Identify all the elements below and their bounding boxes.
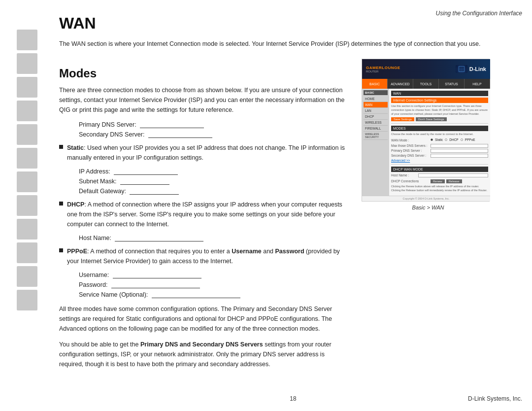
sidebar-square-10 — [17, 242, 37, 263]
router-dont-save-button[interactable]: Don't Save Settings — [416, 117, 447, 121]
router-max-dns-input[interactable] — [431, 144, 488, 148]
radio-static[interactable] — [431, 138, 433, 141]
subnet-mask-field: Subnet Mask: — [79, 177, 350, 185]
nav-basic[interactable]: BASIC — [362, 79, 388, 89]
sidebar-square-4 — [17, 101, 37, 121]
router-host-name-input[interactable] — [418, 173, 488, 177]
router-secondary-dns-label: Secondary DNS Server : — [391, 154, 431, 157]
router-save-buttons: Save Settings Don't Save Settings — [391, 117, 488, 121]
static-bullet-icon — [59, 145, 63, 149]
intro-paragraph: The WAN section is where your Internet C… — [59, 39, 522, 49]
sidebar-home[interactable]: HOME — [364, 96, 388, 102]
router-dhcp-connections-row: DHCP Connections Renew Release — [391, 179, 488, 183]
router-dhcp-buttons: Renew Release — [431, 179, 462, 183]
router-dhcp-connections-label: DHCP Connections — [391, 179, 431, 183]
radio-dhcp[interactable] — [445, 138, 447, 141]
router-save-button[interactable]: Save Settings — [391, 117, 414, 121]
router-renew-button[interactable]: Renew — [431, 179, 445, 183]
ip-address-label: IP Address: — [79, 168, 110, 175]
sidebar-square-7 — [17, 171, 37, 192]
summary-paragraph-2: You should be able to get the Primary DN… — [59, 340, 350, 369]
sidebar-dhcp[interactable]: DHCP — [364, 114, 388, 120]
host-name-field: Host Name: — [79, 234, 350, 241]
sidebar-basic-header: BASIC — [364, 90, 388, 95]
default-gateway-field: Default Gateway: — [79, 187, 350, 195]
sidebar-lan[interactable]: LAN — [364, 108, 388, 114]
sidebar-wireless[interactable]: WIRELESS — [364, 120, 388, 126]
sidebar-firewall[interactable]: FIREWALL — [364, 126, 388, 132]
nav-advanced[interactable]: ADVANCED — [388, 79, 413, 89]
nav-tools[interactable]: TOOLS — [413, 79, 439, 89]
primary-dns-field: Primary DNS Server: — [79, 121, 350, 128]
service-name-blank — [152, 291, 240, 298]
dhcp-label: DHCP — [67, 201, 84, 208]
router-divider-1 — [391, 123, 488, 124]
host-name-label: Host Name: — [79, 235, 111, 241]
router-wan-mode-row: WAN Mode : Static DHCP PPPoE — [391, 138, 488, 143]
router-modes-desc: Choose the mode to be used by the router… — [391, 133, 488, 137]
host-name-blank — [115, 234, 203, 241]
router-brand-text: D-Link — [469, 66, 486, 72]
static-bullet: Static: Used when your ISP provides you … — [59, 143, 350, 163]
primary-dns-blank — [140, 121, 204, 128]
pppoe-bullet-icon — [59, 248, 63, 252]
router-primary-dns-row: Primary DNS Server : — [391, 149, 488, 153]
static-label: Static — [67, 144, 84, 151]
router-brand-area: D-Link — [456, 65, 486, 73]
router-host-name-row: Host Name : — [391, 173, 488, 177]
router-globe-icon — [456, 65, 467, 73]
sidebar-wireless-security[interactable]: WIRELESS SECURITY — [364, 132, 388, 140]
router-release-button[interactable]: Release — [446, 179, 462, 183]
pppoe-label: PPPoE — [67, 248, 87, 255]
pppoe-bullet: PPPoE: A method of connection that requi… — [59, 246, 350, 266]
router-copyright: Copyright © 2004 D-Link Systems, Inc. — [362, 196, 490, 201]
default-gateway-blank — [130, 187, 179, 195]
nav-help[interactable]: HELP — [465, 79, 490, 89]
radio-pppoe[interactable] — [461, 138, 463, 141]
router-primary-dns-input[interactable] — [431, 149, 488, 153]
router-dhcp-wan-title: DHCP WAN MODE — [391, 167, 488, 172]
radio-static-label: Static — [435, 138, 443, 141]
sidebar-square-5 — [17, 124, 37, 145]
sidebar-wan[interactable]: WAN — [364, 102, 388, 108]
subnet-mask-label: Subnet Mask: — [79, 178, 116, 185]
router-dhcp-desc: Clicking the Renew button above will rel… — [391, 185, 488, 192]
router-divider-2 — [391, 164, 488, 165]
dhcp-bullet-icon — [59, 202, 63, 206]
router-screenshot: GAMERLOUNGE ROUTER D-Link — [362, 59, 490, 202]
default-gateway-label: Default Gateway: — [79, 188, 126, 195]
pppoe-and: and — [262, 248, 275, 255]
sidebar-square-9 — [17, 219, 37, 240]
static-bullet-text: Static: Used when your ISP provides you … — [67, 143, 350, 163]
router-advanced-link[interactable]: Advanced >> — [391, 159, 488, 162]
router-main-content: WAN Internet Connection Settings Use thi… — [389, 89, 490, 196]
header-section-label: Using the Configuration Interface — [436, 10, 522, 17]
pppoe-username-bold: Username — [232, 248, 261, 255]
router-nav: BASIC ADVANCED TOOLS STATUS HELP — [362, 79, 490, 89]
router-left-sidebar: BASIC HOME WAN LAN DHCP WIRELESS FIREWAL… — [362, 89, 389, 196]
ip-address-blank — [114, 168, 178, 175]
main-content: Using the Configuration Interface WAN Th… — [54, 0, 532, 411]
dhcp-text: : A method of connection where the ISP a… — [67, 201, 342, 228]
router-body: BASIC HOME WAN LAN DHCP WIRELESS FIREWAL… — [362, 89, 490, 196]
router-host-name-label: Host Name : — [391, 173, 418, 177]
username-field: Username: — [79, 271, 350, 278]
pppoe-text-1: : A method of connection that requires y… — [87, 248, 232, 255]
radio-pppoe-label: PPPoE — [465, 138, 475, 141]
company-name: D-Link Systems, Inc. — [468, 395, 522, 402]
primary-dns-label: Primary DNS Server: — [79, 121, 136, 128]
router-max-dns-row: Max those DNS Servers : — [391, 144, 488, 148]
nav-status[interactable]: STATUS — [439, 79, 465, 89]
router-secondary-dns-input[interactable] — [431, 154, 488, 158]
text-section: Modes There are three connection modes t… — [59, 59, 350, 375]
radio-dhcp-label: DHCP — [449, 138, 458, 141]
secondary-dns-label: Secondary DNS Server: — [79, 131, 144, 138]
secondary-dns-field: Secondary DNS Server: — [79, 131, 350, 138]
username-label: Username: — [79, 272, 109, 278]
static-text: : Used when your ISP provides you a set … — [67, 144, 345, 161]
router-radio-group: Static DHCP PPPoE — [431, 138, 475, 141]
router-modes-title: MODES — [391, 126, 488, 131]
password-label: Password: — [79, 281, 107, 288]
sidebar-square-3 — [17, 77, 37, 98]
service-name-label: Service Name (Optional): — [79, 291, 148, 298]
